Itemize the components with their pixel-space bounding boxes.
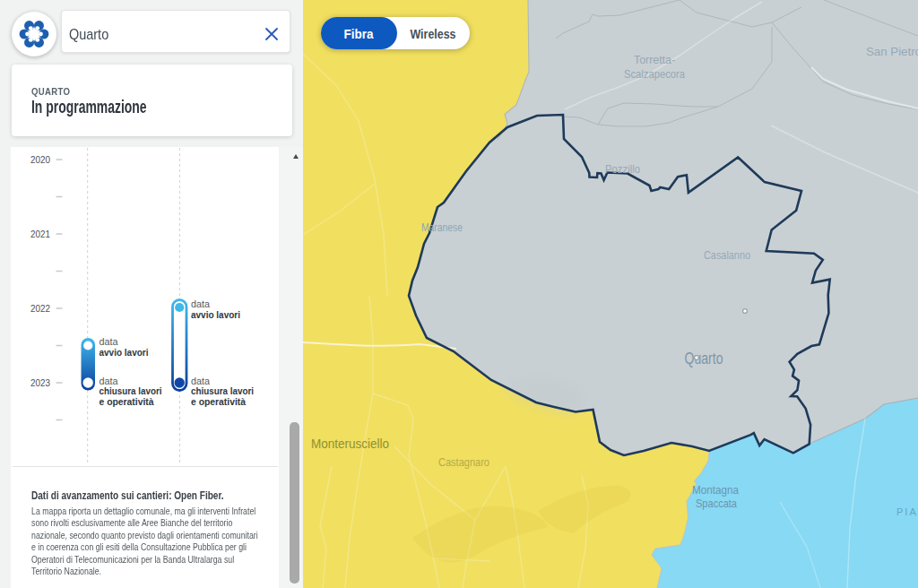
svg-text:Monterusciello: Monterusciello xyxy=(311,436,389,451)
svg-text:Torretta-: Torretta- xyxy=(634,53,675,66)
svg-text:San Pietro: San Pietro xyxy=(866,45,918,58)
svg-text:e operatività: e operatività xyxy=(191,396,247,407)
svg-text:avvio lavori: avvio lavori xyxy=(191,309,240,320)
svg-text:2023: 2023 xyxy=(30,377,50,388)
svg-text:Pozzillo: Pozzillo xyxy=(605,162,640,176)
svg-text:avvio lavori: avvio lavori xyxy=(100,347,149,358)
svg-text:2022: 2022 xyxy=(30,303,50,314)
svg-text:e operatività: e operatività xyxy=(100,396,155,407)
svg-text:Spaccata: Spaccata xyxy=(696,497,737,510)
svg-text:Quarto: Quarto xyxy=(685,350,723,368)
svg-text:data: data xyxy=(191,376,211,386)
svg-text:Fibra: Fibra xyxy=(344,26,375,41)
svg-text:PIANURA: PIANURA xyxy=(896,506,918,517)
svg-text:Castagnaro: Castagnaro xyxy=(438,455,489,469)
svg-text:Maranese: Maranese xyxy=(421,220,463,234)
svg-text:2021: 2021 xyxy=(30,229,50,239)
svg-text:Scalzapecora: Scalzapecora xyxy=(624,67,686,81)
svg-text:data: data xyxy=(191,298,211,309)
svg-text:data: data xyxy=(100,376,119,386)
svg-text:2020: 2020 xyxy=(30,154,50,165)
svg-text:Montagna: Montagna xyxy=(692,483,739,497)
svg-text:data: data xyxy=(100,336,119,347)
svg-text:Casalanno: Casalanno xyxy=(704,248,750,262)
svg-text:chiusura lavori: chiusura lavori xyxy=(191,385,254,396)
svg-text:Wireless: Wireless xyxy=(411,26,456,41)
svg-text:chiusura lavori: chiusura lavori xyxy=(100,385,162,396)
